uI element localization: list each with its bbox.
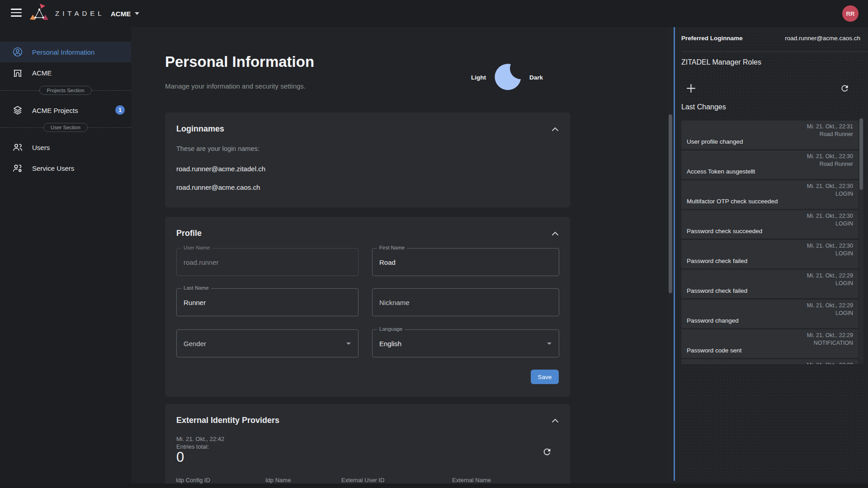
person-circle-icon [12,47,24,57]
org-selector[interactable]: ACME [111,0,139,27]
brand-wordmark: ZITADEL [55,9,105,17]
username-field-label: User Name [181,245,212,250]
firstname-field-label: First Name [377,245,407,250]
change-entry[interactable]: Mi. 21. Okt., 22:31 Road Runner User pro… [681,121,859,149]
chevron-down-icon [135,12,139,15]
main-content: Personal Information Manage your informa… [131,27,668,488]
username-field[interactable]: User Name road.runner [176,248,359,276]
change-event: Password code sent [687,347,742,354]
change-timestamp: Mi. 21. Okt., 22:30 [807,153,853,160]
change-entry[interactable]: Mi. 21. Okt., 22:30 LOGIN Multifactor OT… [681,180,859,209]
change-entry[interactable]: Mi. 21. Okt., 22:30 LOGIN Password check… [681,240,859,268]
profile-card-title: Profile [176,229,202,238]
change-entry[interactable]: Mi. 21. Okt., 22:29 LOGIN Password check… [681,270,859,298]
loginnames-description: These are your login names: [176,145,259,152]
sidebar-item-label: Service Users [32,164,74,172]
changes-scrollbar-thumb[interactable] [859,118,863,190]
sidebar-item-label: Users [32,144,50,151]
dropdown-caret-icon [547,343,552,345]
users-icon [12,142,24,153]
nickname-field-label: Nickname [379,299,410,306]
theme-light-label: Light [471,74,486,81]
refresh-icon[interactable] [541,446,553,458]
manager-roles-title: ZITADEL Manager Roles [681,58,761,66]
org-name: ACME [111,10,131,18]
user-section-divider: User Section [0,123,131,132]
language-select[interactable]: Language English [372,329,559,357]
username-field-value: road.runner [184,258,219,266]
nickname-field[interactable]: Nickname [372,288,559,316]
change-timestamp: Mi. 21. Okt., 22:30 [807,213,853,219]
save-button[interactable]: Save [531,370,559,384]
loginnames-card: Loginnames These are your login names: r… [165,113,570,207]
change-event: Access Token ausgestellt [687,168,755,175]
idp-timestamp: Mi. 21. Okt., 22:42 [176,436,224,442]
window-bottom-edge [0,483,868,488]
projects-count-badge: 1 [115,105,125,115]
collapse-chevron-up-icon[interactable] [550,416,560,426]
change-timestamp: Mi. 21. Okt., 22:29 [807,272,853,279]
changes-scrollbar [859,118,863,364]
idp-entries-total: 0 [176,449,184,465]
change-event: Password check failed [687,287,747,294]
moon-icon[interactable] [492,61,523,94]
dropdown-caret-icon [346,343,351,345]
refresh-roles-icon[interactable] [839,82,850,94]
gender-select-label: Gender [184,340,206,347]
sidebar-item-acme-org[interactable]: ACME [0,62,131,83]
menu-icon[interactable] [11,9,22,19]
change-timestamp: Mi. 21. Okt., 22:29 [807,362,853,364]
add-role-plus-icon[interactable] [685,82,697,94]
main-scrollbar [668,27,673,488]
projects-section-divider: Projects Section [0,86,131,95]
projects-section-label: Projects Section [39,86,91,95]
firstname-field[interactable]: First Name Road [372,248,559,276]
divider [681,52,868,52]
theme-toggle: Light Dark [471,62,665,92]
lastname-field-value: Runner [184,299,206,306]
idp-col-header: External User ID [341,477,384,483]
idp-card-title: External Identity Providers [176,416,279,425]
change-actor: NOTIFICATION [814,340,853,346]
change-timestamp: Mi. 21. Okt., 22:29 [807,332,853,338]
sidebar-item-label: Personal Information [32,48,94,56]
collapse-chevron-up-icon[interactable] [550,229,560,239]
change-event: Password changed [687,317,739,324]
change-timestamp: Mi. 21. Okt., 22:29 [807,302,853,309]
preferred-loginname-row: Preferred Loginname road.runner@acme.cao… [675,27,868,52]
change-actor: LOGIN [835,191,853,197]
org-arch-icon [12,67,24,78]
change-entry[interactable]: Mi. 21. Okt., 22:29 LOGIN Password chang… [681,300,859,328]
zitadel-console: ZITADEL ACME RR Personal Information ACM… [0,0,868,488]
zitadel-logo-icon [29,3,50,26]
change-entry[interactable]: Mi. 21. Okt., 22:30 Road Runner Access T… [681,150,859,179]
change-actor: LOGIN [835,280,853,286]
sidebar-item-personal-information[interactable]: Personal Information [0,42,131,62]
lastname-field[interactable]: Last Name Runner [176,288,359,316]
last-changes-list: Mi. 21. Okt., 22:31 Road Runner User pro… [681,121,859,364]
language-select-value: English [379,340,401,347]
user-section-label: User Section [43,123,88,132]
sidebar: Personal Information ACME Projects Secti… [0,27,131,488]
loginname-value: road.runner@acme.zitadel.ch [176,165,265,173]
change-entry[interactable]: Mi. 21. Okt., 22:29 [681,359,859,364]
theme-dark-label: Dark [529,74,543,81]
main-scrollbar-thumb[interactable] [669,114,672,293]
change-timestamp: Mi. 21. Okt., 22:31 [807,123,853,130]
sidebar-item-acme-projects[interactable]: ACME Projects 1 [0,100,131,121]
sidebar-item-service-users[interactable]: Service Users [0,158,131,178]
gender-select[interactable]: Gender [176,329,359,357]
change-actor: LOGIN [835,221,853,227]
language-select-label: Language [377,326,405,332]
change-actor: LOGIN [835,310,853,316]
collapse-chevron-up-icon[interactable] [550,124,560,134]
page-title: Personal Information [165,53,314,70]
change-event: Password check succeeded [687,228,762,235]
change-entry[interactable]: Mi. 21. Okt., 22:29 NOTIFICATION Passwor… [681,329,859,358]
lastname-field-label: Last Name [181,285,211,291]
change-timestamp: Mi. 21. Okt., 22:30 [807,243,853,249]
sidebar-item-users[interactable]: Users [0,137,131,158]
preferred-loginname-value: road.runner@acme.caos.ch [785,35,860,42]
user-avatar[interactable]: RR [842,5,859,22]
change-entry[interactable]: Mi. 21. Okt., 22:30 LOGIN Password check… [681,210,859,239]
